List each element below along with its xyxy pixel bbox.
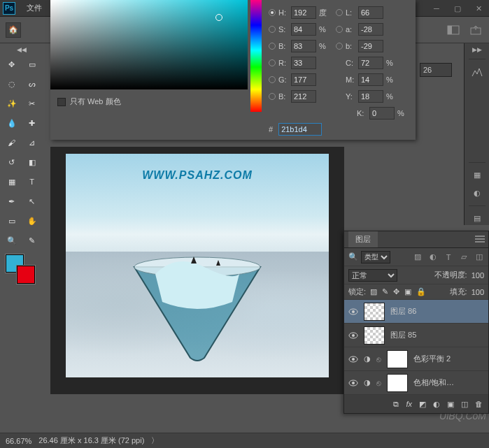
input-c[interactable] xyxy=(358,57,383,69)
radio-r[interactable] xyxy=(269,59,276,66)
radio-s[interactable] xyxy=(269,26,276,33)
layer-row[interactable]: ◑⎋色彩平衡 2 xyxy=(344,347,488,371)
radio-b2[interactable] xyxy=(269,93,276,100)
fill-value[interactable]: 100 xyxy=(472,288,484,296)
menu-file[interactable]: 文件 xyxy=(21,3,48,13)
path-tool[interactable]: ↖ xyxy=(23,193,41,210)
web-only-checkbox[interactable] xyxy=(57,98,66,106)
marquee-tool[interactable]: ◌ xyxy=(3,75,20,92)
fx-icon[interactable]: fx xyxy=(406,400,412,408)
crop-tool[interactable]: ✂ xyxy=(23,95,41,112)
filter-smart-icon[interactable]: ◫ xyxy=(474,252,484,262)
lock-nest-icon[interactable]: ▣ xyxy=(404,287,411,296)
input-h[interactable] xyxy=(291,6,316,19)
adjust-dock-icon[interactable]: ▤ xyxy=(469,212,485,225)
layer-row[interactable]: ◑⎋色相/饱和… xyxy=(344,371,488,395)
layer-row[interactable]: 图层 86 xyxy=(344,300,488,324)
layer-thumb[interactable] xyxy=(387,350,408,368)
link-layers-icon[interactable]: ⧉ xyxy=(393,400,399,409)
move-tool[interactable]: ✥ xyxy=(3,56,20,73)
filter-type-select[interactable]: 类型 xyxy=(361,251,390,263)
status-arrow-icon[interactable]: 〉 xyxy=(151,435,159,446)
levels-icon[interactable] xyxy=(469,65,485,78)
radio-h[interactable] xyxy=(269,9,276,16)
swatches-dock-icon[interactable]: ▦ xyxy=(469,168,485,182)
brush-tool[interactable]: 🖌 xyxy=(3,134,20,151)
zoom-tool[interactable]: 🔍 xyxy=(3,232,20,249)
filter-adjust-icon[interactable]: ◐ xyxy=(428,252,438,262)
input-b[interactable] xyxy=(291,40,316,52)
healing-tool[interactable]: ✚ xyxy=(23,115,41,131)
lock-pos-icon[interactable]: ✥ xyxy=(393,287,399,296)
color-cursor[interactable] xyxy=(215,14,222,21)
minimize-button[interactable]: ─ xyxy=(426,0,447,17)
artboard-tool[interactable]: ▭ xyxy=(23,56,41,73)
radio-a[interactable] xyxy=(336,26,343,33)
type-tool[interactable]: T xyxy=(23,173,41,190)
radio-g[interactable] xyxy=(269,76,276,83)
layer-name[interactable]: 图层 86 xyxy=(390,306,416,317)
maximize-button[interactable]: ▢ xyxy=(447,0,468,17)
radio-b[interactable] xyxy=(269,43,276,50)
layer-name[interactable]: 图层 85 xyxy=(390,330,416,340)
close-button[interactable]: ✕ xyxy=(468,0,489,17)
lock-all-icon[interactable]: 🔒 xyxy=(416,287,426,296)
color-swatches[interactable] xyxy=(6,254,38,288)
panel-icon[interactable] xyxy=(447,25,460,35)
radio-bb[interactable] xyxy=(336,43,343,50)
color-field[interactable] xyxy=(50,0,248,89)
visibility-icon[interactable] xyxy=(348,308,358,316)
color-sampler-tool[interactable]: ✎ xyxy=(23,232,41,249)
layer-thumb[interactable] xyxy=(364,326,385,345)
option-value[interactable]: 26 xyxy=(420,63,452,77)
filter-search-icon[interactable]: 🔍 xyxy=(348,252,358,261)
canvas-area[interactable]: WWW.PSAHZ.COM xyxy=(50,147,344,394)
mask-icon[interactable]: ◩ xyxy=(419,400,426,409)
visibility-icon[interactable] xyxy=(348,331,358,340)
input-a[interactable] xyxy=(358,23,383,36)
layer-name[interactable]: 色相/饱和… xyxy=(413,377,454,388)
delete-layer-icon[interactable]: 🗑 xyxy=(475,400,483,408)
collapse-toolbar[interactable]: ◀◀ xyxy=(1,45,42,55)
input-l[interactable] xyxy=(358,6,383,19)
background-swatch[interactable] xyxy=(17,266,35,284)
panel-menu-icon[interactable] xyxy=(474,234,486,244)
layers-tab[interactable]: 图层 xyxy=(348,231,378,247)
history-brush-tool[interactable]: ↺ xyxy=(3,154,20,171)
input-k[interactable] xyxy=(369,107,395,120)
layer-name[interactable]: 色彩平衡 2 xyxy=(413,354,451,364)
new-layer-icon[interactable]: ◫ xyxy=(461,400,468,409)
filter-type-icon[interactable]: T xyxy=(444,252,453,262)
fill-adjust-icon[interactable]: ◐ xyxy=(433,400,440,409)
blend-mode-select[interactable]: 正常 xyxy=(348,269,397,282)
share-icon[interactable] xyxy=(469,25,482,35)
layer-thumb[interactable] xyxy=(387,374,408,392)
layer-row[interactable]: 图层 85 xyxy=(344,324,488,347)
eyedropper-tool[interactable]: 💧 xyxy=(3,115,20,131)
input-b2[interactable] xyxy=(291,90,316,103)
visibility-icon[interactable] xyxy=(348,379,358,387)
lock-paint-icon[interactable]: ✎ xyxy=(382,287,388,296)
input-m[interactable] xyxy=(358,73,383,86)
stamp-tool[interactable]: ⊿ xyxy=(23,134,41,151)
hue-slider[interactable] xyxy=(250,0,262,112)
home-icon[interactable]: 🏠 xyxy=(6,22,21,38)
opacity-value[interactable]: 100 xyxy=(472,271,484,280)
styles-dock-icon[interactable]: ◐ xyxy=(469,186,485,199)
layer-thumb[interactable] xyxy=(364,303,385,321)
input-s[interactable] xyxy=(291,23,316,36)
wand-tool[interactable]: ✨ xyxy=(3,95,20,112)
filter-shape-icon[interactable]: ▱ xyxy=(459,252,469,262)
input-y[interactable] xyxy=(358,90,383,103)
dock-collapse[interactable]: ▶▶ xyxy=(472,46,482,53)
radio-l[interactable] xyxy=(336,9,343,16)
input-bb[interactable] xyxy=(358,40,383,52)
input-g[interactable] xyxy=(291,73,316,86)
input-r[interactable] xyxy=(291,57,316,69)
lock-trans-icon[interactable]: ▨ xyxy=(370,287,377,296)
pen-tool[interactable]: ✒ xyxy=(3,193,20,210)
lasso-tool[interactable]: ᔕ xyxy=(23,75,41,92)
eraser-tool[interactable]: ◧ xyxy=(23,154,41,171)
visibility-icon[interactable] xyxy=(348,355,358,363)
filter-pixel-icon[interactable]: ▨ xyxy=(413,252,423,262)
